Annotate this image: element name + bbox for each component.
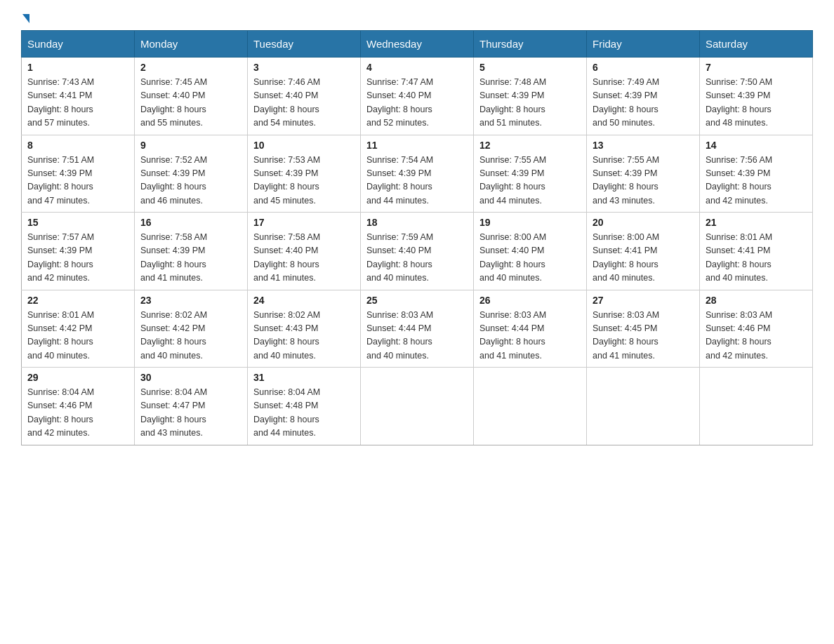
calendar-cell: 17Sunrise: 7:58 AMSunset: 4:40 PMDayligh… xyxy=(248,213,361,290)
day-info: Sunrise: 7:51 AMSunset: 4:39 PMDaylight:… xyxy=(27,154,128,208)
day-info: Sunrise: 7:49 AMSunset: 4:39 PMDaylight:… xyxy=(593,76,694,130)
day-info: Sunrise: 7:58 AMSunset: 4:39 PMDaylight:… xyxy=(140,231,241,286)
day-number: 2 xyxy=(140,62,241,73)
day-info: Sunrise: 8:03 AMSunset: 4:44 PMDaylight:… xyxy=(479,309,581,363)
day-info: Sunrise: 7:50 AMSunset: 4:39 PMDaylight:… xyxy=(706,76,807,130)
day-info: Sunrise: 7:55 AMSunset: 4:39 PMDaylight:… xyxy=(593,154,694,208)
day-info: Sunrise: 8:02 AMSunset: 4:42 PMDaylight:… xyxy=(140,309,241,363)
day-info: Sunrise: 7:48 AMSunset: 4:39 PMDaylight:… xyxy=(479,76,581,130)
col-header-saturday: Saturday xyxy=(700,31,813,58)
day-number: 23 xyxy=(140,295,241,306)
calendar-cell: 20Sunrise: 8:00 AMSunset: 4:41 PMDayligh… xyxy=(587,213,700,290)
calendar-cell: 28Sunrise: 8:03 AMSunset: 4:46 PMDayligh… xyxy=(700,290,813,368)
day-number: 5 xyxy=(479,62,581,73)
day-number: 19 xyxy=(479,217,581,228)
calendar-cell: 11Sunrise: 7:54 AMSunset: 4:39 PMDayligh… xyxy=(361,135,474,213)
day-info: Sunrise: 8:04 AMSunset: 4:47 PMDaylight:… xyxy=(140,386,241,441)
day-number: 7 xyxy=(706,62,807,73)
calendar-cell xyxy=(700,368,813,445)
day-number: 15 xyxy=(27,217,128,228)
day-number: 28 xyxy=(706,295,807,306)
calendar-cell: 14Sunrise: 7:56 AMSunset: 4:39 PMDayligh… xyxy=(700,135,813,213)
week-row-2: 8Sunrise: 7:51 AMSunset: 4:39 PMDaylight… xyxy=(22,135,813,213)
calendar-cell: 22Sunrise: 8:01 AMSunset: 4:42 PMDayligh… xyxy=(22,290,135,368)
day-info: Sunrise: 8:03 AMSunset: 4:46 PMDaylight:… xyxy=(706,309,807,363)
logo-arrow-icon xyxy=(22,14,29,23)
col-header-thursday: Thursday xyxy=(474,31,587,58)
calendar-cell: 15Sunrise: 7:57 AMSunset: 4:39 PMDayligh… xyxy=(22,213,135,290)
calendar-cell: 31Sunrise: 8:04 AMSunset: 4:48 PMDayligh… xyxy=(248,368,361,445)
day-number: 26 xyxy=(479,295,581,306)
day-number: 10 xyxy=(253,140,355,151)
calendar-cell: 26Sunrise: 8:03 AMSunset: 4:44 PMDayligh… xyxy=(474,290,587,368)
day-number: 3 xyxy=(253,62,355,73)
day-info: Sunrise: 8:02 AMSunset: 4:43 PMDaylight:… xyxy=(253,309,355,363)
calendar-cell: 13Sunrise: 7:55 AMSunset: 4:39 PMDayligh… xyxy=(587,135,700,213)
week-row-5: 29Sunrise: 8:04 AMSunset: 4:46 PMDayligh… xyxy=(22,368,813,445)
calendar-cell xyxy=(474,368,587,445)
calendar-cell: 7Sunrise: 7:50 AMSunset: 4:39 PMDaylight… xyxy=(700,58,813,135)
day-info: Sunrise: 7:52 AMSunset: 4:39 PMDaylight:… xyxy=(140,154,241,208)
logo xyxy=(21,14,29,19)
day-number: 29 xyxy=(27,372,128,383)
day-info: Sunrise: 7:53 AMSunset: 4:39 PMDaylight:… xyxy=(253,154,355,208)
calendar-cell: 10Sunrise: 7:53 AMSunset: 4:39 PMDayligh… xyxy=(248,135,361,213)
day-info: Sunrise: 8:00 AMSunset: 4:41 PMDaylight:… xyxy=(593,231,694,286)
day-info: Sunrise: 8:03 AMSunset: 4:45 PMDaylight:… xyxy=(593,309,694,363)
calendar-cell: 4Sunrise: 7:47 AMSunset: 4:40 PMDaylight… xyxy=(361,58,474,135)
col-header-friday: Friday xyxy=(587,31,700,58)
day-number: 17 xyxy=(253,217,355,228)
calendar-cell: 1Sunrise: 7:43 AMSunset: 4:41 PMDaylight… xyxy=(22,58,135,135)
day-info: Sunrise: 8:03 AMSunset: 4:44 PMDaylight:… xyxy=(366,309,468,363)
day-number: 31 xyxy=(253,372,355,383)
day-info: Sunrise: 8:01 AMSunset: 4:42 PMDaylight:… xyxy=(27,309,128,363)
col-header-wednesday: Wednesday xyxy=(361,31,474,58)
page-header xyxy=(21,14,813,19)
day-number: 11 xyxy=(366,140,468,151)
week-row-4: 22Sunrise: 8:01 AMSunset: 4:42 PMDayligh… xyxy=(22,290,813,368)
calendar-cell: 3Sunrise: 7:46 AMSunset: 4:40 PMDaylight… xyxy=(248,58,361,135)
day-number: 1 xyxy=(27,62,128,73)
day-number: 25 xyxy=(366,295,468,306)
calendar-cell: 9Sunrise: 7:52 AMSunset: 4:39 PMDaylight… xyxy=(135,135,248,213)
calendar-table: SundayMondayTuesdayWednesdayThursdayFrid… xyxy=(21,30,813,445)
calendar-cell: 5Sunrise: 7:48 AMSunset: 4:39 PMDaylight… xyxy=(474,58,587,135)
calendar-cell: 24Sunrise: 8:02 AMSunset: 4:43 PMDayligh… xyxy=(248,290,361,368)
calendar-cell xyxy=(361,368,474,445)
calendar-cell: 2Sunrise: 7:45 AMSunset: 4:40 PMDaylight… xyxy=(135,58,248,135)
day-info: Sunrise: 7:43 AMSunset: 4:41 PMDaylight:… xyxy=(27,76,128,130)
day-info: Sunrise: 7:59 AMSunset: 4:40 PMDaylight:… xyxy=(366,231,468,286)
day-info: Sunrise: 7:47 AMSunset: 4:40 PMDaylight:… xyxy=(366,76,468,130)
calendar-header-row: SundayMondayTuesdayWednesdayThursdayFrid… xyxy=(22,31,813,58)
day-info: Sunrise: 7:45 AMSunset: 4:40 PMDaylight:… xyxy=(140,76,241,130)
calendar-cell: 25Sunrise: 8:03 AMSunset: 4:44 PMDayligh… xyxy=(361,290,474,368)
calendar-cell: 23Sunrise: 8:02 AMSunset: 4:42 PMDayligh… xyxy=(135,290,248,368)
day-info: Sunrise: 7:54 AMSunset: 4:39 PMDaylight:… xyxy=(366,154,468,208)
day-number: 21 xyxy=(706,217,807,228)
day-info: Sunrise: 8:04 AMSunset: 4:46 PMDaylight:… xyxy=(27,386,128,441)
day-info: Sunrise: 8:04 AMSunset: 4:48 PMDaylight:… xyxy=(253,386,355,441)
col-header-sunday: Sunday xyxy=(22,31,135,58)
day-number: 18 xyxy=(366,217,468,228)
day-number: 20 xyxy=(593,217,694,228)
day-number: 22 xyxy=(27,295,128,306)
day-info: Sunrise: 7:55 AMSunset: 4:39 PMDaylight:… xyxy=(479,154,581,208)
calendar-cell: 29Sunrise: 8:04 AMSunset: 4:46 PMDayligh… xyxy=(22,368,135,445)
calendar-cell: 30Sunrise: 8:04 AMSunset: 4:47 PMDayligh… xyxy=(135,368,248,445)
day-info: Sunrise: 8:00 AMSunset: 4:40 PMDaylight:… xyxy=(479,231,581,286)
calendar-cell: 16Sunrise: 7:58 AMSunset: 4:39 PMDayligh… xyxy=(135,213,248,290)
week-row-1: 1Sunrise: 7:43 AMSunset: 4:41 PMDaylight… xyxy=(22,58,813,135)
day-number: 12 xyxy=(479,140,581,151)
calendar-cell: 19Sunrise: 8:00 AMSunset: 4:40 PMDayligh… xyxy=(474,213,587,290)
day-number: 6 xyxy=(593,62,694,73)
calendar-cell xyxy=(587,368,700,445)
day-info: Sunrise: 7:58 AMSunset: 4:40 PMDaylight:… xyxy=(253,231,355,286)
day-number: 13 xyxy=(593,140,694,151)
col-header-tuesday: Tuesday xyxy=(248,31,361,58)
day-info: Sunrise: 8:01 AMSunset: 4:41 PMDaylight:… xyxy=(706,231,807,286)
day-number: 27 xyxy=(593,295,694,306)
day-info: Sunrise: 7:56 AMSunset: 4:39 PMDaylight:… xyxy=(706,154,807,208)
day-number: 24 xyxy=(253,295,355,306)
day-info: Sunrise: 7:57 AMSunset: 4:39 PMDaylight:… xyxy=(27,231,128,286)
col-header-monday: Monday xyxy=(135,31,248,58)
